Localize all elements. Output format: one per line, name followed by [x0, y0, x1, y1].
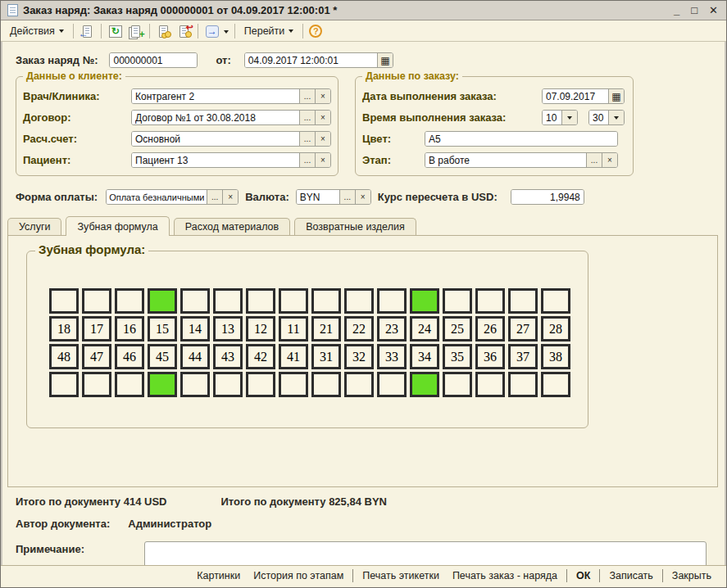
tooth-number-cell[interactable]: 37 — [508, 344, 538, 369]
tooth-indicator-cell[interactable] — [180, 288, 210, 314]
tooth-indicator-cell[interactable] — [82, 288, 111, 314]
tooth-number-cell[interactable]: 33 — [377, 344, 407, 369]
help-button[interactable]: ? — [307, 22, 325, 40]
tooth-number-cell[interactable]: 34 — [410, 344, 439, 369]
hour-input[interactable] — [543, 111, 561, 124]
tooth-indicator-cell[interactable] — [475, 372, 505, 397]
tab-dental-formula[interactable]: Зубная формула — [66, 216, 169, 236]
refresh-button[interactable]: ↻ — [105, 22, 125, 40]
tooth-number-cell[interactable]: 42 — [246, 344, 275, 369]
tooth-number-cell[interactable]: 45 — [148, 344, 177, 369]
tooth-number-cell[interactable]: 25 — [443, 316, 472, 341]
tooth-indicator-cell[interactable] — [443, 288, 472, 314]
tooth-number-cell[interactable]: 22 — [344, 316, 374, 341]
tooth-number-cell[interactable]: 28 — [541, 316, 570, 341]
tab-returns[interactable]: Возвратные изделия — [294, 218, 416, 235]
clear-button[interactable]: × — [222, 190, 238, 204]
tooth-indicator-cell[interactable] — [508, 372, 538, 397]
account-input[interactable] — [132, 132, 299, 146]
tooth-indicator-cell[interactable] — [82, 372, 111, 397]
tooth-number-cell[interactable]: 24 — [410, 316, 439, 341]
minute-input[interactable] — [589, 111, 608, 124]
tooth-number-cell[interactable]: 36 — [475, 344, 505, 369]
goto-menu-button[interactable]: Перейти — [239, 23, 300, 39]
save-button[interactable]: Записать — [602, 567, 659, 585]
order-number-input[interactable] — [110, 53, 197, 67]
tooth-indicator-cell[interactable] — [148, 372, 177, 397]
select-button[interactable]: ... — [299, 132, 315, 146]
select-button[interactable]: ... — [586, 153, 602, 167]
calendar-button[interactable]: ▦ — [377, 53, 393, 67]
tooth-indicator-cell[interactable] — [541, 372, 570, 397]
color-input[interactable] — [425, 132, 617, 146]
stage-history-button[interactable]: История по этапам — [247, 567, 350, 585]
tooth-number-cell[interactable]: 23 — [377, 316, 407, 341]
payment-form-input[interactable] — [107, 190, 207, 204]
tooth-indicator-cell[interactable] — [311, 372, 341, 397]
tooth-number-cell[interactable]: 35 — [443, 344, 472, 369]
tooth-indicator-cell[interactable] — [246, 372, 275, 397]
maximize-button[interactable]: □ — [691, 5, 697, 16]
tooth-number-cell[interactable]: 16 — [115, 316, 144, 341]
usd-rate-input[interactable] — [511, 190, 584, 204]
minute-dropdown-button[interactable] — [608, 111, 624, 124]
pictures-button[interactable]: Картинки — [190, 567, 247, 585]
tooth-indicator-cell[interactable] — [180, 372, 210, 397]
tooth-indicator-cell[interactable] — [311, 288, 341, 314]
calendar-button[interactable]: ▦ — [608, 89, 624, 103]
clear-button[interactable]: × — [315, 111, 330, 124]
tooth-number-cell[interactable]: 12 — [246, 316, 275, 341]
patient-input[interactable] — [132, 153, 299, 167]
clear-button[interactable]: × — [315, 89, 330, 103]
tooth-indicator-cell[interactable] — [49, 288, 79, 314]
actions-menu-button[interactable]: Действия — [4, 23, 70, 39]
close-button[interactable]: ✕ — [709, 5, 718, 16]
due-date-input[interactable] — [543, 89, 608, 103]
tooth-indicator-cell[interactable] — [49, 372, 79, 397]
tab-materials[interactable]: Расход материалов — [174, 218, 290, 235]
tooth-number-cell[interactable]: 38 — [541, 344, 570, 369]
tooth-indicator-cell[interactable] — [410, 288, 439, 314]
tooth-number-cell[interactable]: 26 — [475, 316, 505, 341]
minimize-button[interactable]: _ — [674, 5, 679, 16]
tooth-indicator-cell[interactable] — [344, 288, 374, 314]
tooth-indicator-cell[interactable] — [410, 372, 439, 397]
tooth-number-cell[interactable]: 15 — [148, 316, 177, 341]
clear-button[interactable]: × — [355, 190, 370, 204]
tooth-indicator-cell[interactable] — [213, 372, 243, 397]
tooth-number-cell[interactable]: 48 — [49, 344, 79, 369]
tooth-number-cell[interactable]: 43 — [213, 344, 243, 369]
select-button[interactable]: ... — [299, 89, 315, 103]
tooth-number-cell[interactable]: 13 — [213, 316, 243, 341]
copy-button[interactable]: + — [125, 22, 146, 40]
tooth-indicator-cell[interactable] — [377, 372, 407, 397]
tooth-number-cell[interactable]: 18 — [49, 316, 79, 341]
clear-button[interactable]: × — [602, 153, 617, 167]
tooth-indicator-cell[interactable] — [279, 288, 308, 314]
tooth-indicator-cell[interactable] — [246, 288, 275, 314]
currency-input[interactable] — [297, 190, 339, 204]
select-button[interactable]: ... — [207, 190, 222, 204]
contract-input[interactable] — [132, 111, 299, 124]
tooth-number-cell[interactable]: 27 — [508, 316, 538, 341]
tooth-number-cell[interactable]: 32 — [344, 344, 374, 369]
ok-button[interactable]: ОК — [570, 567, 597, 585]
print-label-button[interactable]: Печать этикетки — [356, 567, 446, 585]
hour-dropdown-button[interactable] — [561, 111, 577, 124]
reread-button[interactable]: ← — [77, 22, 98, 40]
tooth-indicator-cell[interactable] — [279, 372, 308, 397]
post-document-button[interactable] — [153, 22, 174, 40]
tooth-number-cell[interactable]: 21 — [311, 316, 341, 341]
tooth-number-cell[interactable]: 41 — [279, 344, 308, 369]
order-datetime-input[interactable] — [245, 53, 377, 67]
select-button[interactable]: ... — [299, 111, 315, 124]
clear-button[interactable]: × — [315, 132, 330, 146]
tooth-indicator-cell[interactable] — [115, 372, 144, 397]
select-button[interactable]: ... — [299, 153, 315, 167]
tooth-indicator-cell[interactable] — [377, 288, 407, 314]
tooth-number-cell[interactable]: 44 — [180, 344, 210, 369]
tooth-number-cell[interactable]: 31 — [311, 344, 341, 369]
output-button[interactable]: → — [202, 22, 231, 40]
tooth-indicator-cell[interactable] — [541, 288, 570, 314]
tooth-number-cell[interactable]: 46 — [115, 344, 144, 369]
